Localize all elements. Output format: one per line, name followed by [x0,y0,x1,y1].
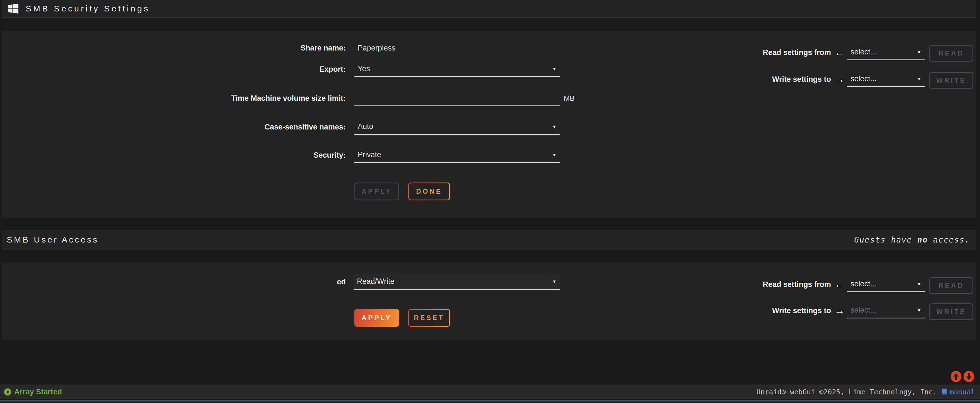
user-ed-access-select[interactable]: Read/Write ▼ [353,274,560,290]
read-settings-select[interactable]: select... ▼ [847,45,925,60]
book-icon [940,388,948,395]
array-status: Array Started [4,388,62,396]
windows-icon [8,4,18,14]
write-settings-select[interactable]: select... ▼ [847,72,925,87]
smb-user-access-bar: SMB User Access Guests have no access. [2,230,976,250]
share-name-label: Share name: [2,42,346,54]
smb-settings-page: SMB Security Settings Share name: Paperp… [0,0,980,403]
export-select[interactable]: Yes ▼ [355,61,560,77]
arrow-right-icon: → [834,72,845,87]
array-started-play-icon [4,388,11,396]
export-label: Export: [2,61,346,77]
read-settings-select-value: select... [851,280,877,288]
read-settings-select[interactable]: select... ▼ [847,277,925,292]
security-select-value: Private [358,150,381,159]
reset-button[interactable]: RESET [408,309,450,327]
dropdown-arrow-icon: ▼ [552,279,557,284]
smb-user-access-title: SMB User Access [7,235,99,244]
smb-security-panel: Share name: Paperpless Export: Yes ▼ Tim… [2,31,976,218]
guest-note-prefix: Guests have [854,235,917,244]
read-settings-label: Read settings from [672,277,831,292]
manual-link-text: manual [950,388,975,396]
guest-note-suffix: access. [928,235,970,244]
page-title: SMB Security Settings [25,4,150,13]
write-button[interactable]: WRITE [929,303,973,320]
read-settings-label: Read settings from [672,45,831,60]
read-settings-select-value: select... [851,48,877,56]
scroll-to-bottom-button[interactable] [963,371,974,382]
dropdown-arrow-icon: ▼ [916,308,921,313]
case-sensitive-select[interactable]: Auto ▼ [355,119,560,135]
dropdown-arrow-icon: ▼ [916,282,921,287]
write-settings-label: Write settings to [672,72,831,87]
dropdown-arrow-icon: ▼ [552,67,557,72]
security-select[interactable]: Private ▼ [355,147,560,163]
case-sensitive-select-value: Auto [358,122,373,131]
share-name-value: Paperpless [358,42,395,54]
arrow-down-icon [963,371,974,382]
write-button[interactable]: WRITE [929,72,973,89]
apply-button[interactable]: APPLY [355,183,399,201]
arrow-left-icon: ← [834,45,845,60]
window-bottom-edge [0,399,980,403]
manual-link[interactable]: manual [940,388,975,396]
user-ed-label: ed [253,274,346,290]
guest-note-emphasis: no [917,235,928,244]
arrow-right-icon: → [834,303,845,319]
arrow-up-icon [950,371,962,382]
read-button[interactable]: READ [929,45,973,62]
time-machine-limit-unit: MB [564,91,574,106]
guest-access-note: Guests have no access. [854,235,970,244]
arrow-left-icon: ← [834,277,845,292]
export-select-value: Yes [358,64,370,73]
dropdown-arrow-icon: ▼ [916,50,921,55]
footer-right: Unraid® webGui ©2025, Lime Technology, I… [756,388,975,396]
write-settings-label: Write settings to [672,303,831,319]
user-ed-access-value: Read/Write [357,277,395,286]
write-settings-select-value: select... [851,306,877,315]
done-button[interactable]: DONE [408,183,450,201]
footer-bar: Array Started Unraid® webGui ©2025, Lime… [0,385,980,399]
write-settings-select-value: select... [851,75,877,83]
smb-user-access-panel: ed Read/Write ▼ APPLY RESET Read setting… [2,263,976,341]
copyright-text: Unraid® webGui ©2025, Lime Technology, I… [756,388,937,396]
case-sensitive-label: Case-sensitive names: [2,119,346,135]
time-machine-limit-input[interactable] [355,91,560,106]
time-machine-limit-label: Time Machine volume size limit: [2,91,346,106]
dropdown-arrow-icon: ▼ [552,152,557,158]
array-status-text: Array Started [14,388,62,396]
dropdown-arrow-icon: ▼ [552,124,557,129]
apply-button[interactable]: APPLY [355,309,399,327]
page-title-bar: SMB Security Settings [2,0,976,18]
write-settings-select[interactable]: select... ▼ [847,303,925,319]
scroll-to-top-button[interactable] [950,371,962,382]
security-label: Security: [2,147,346,163]
dropdown-arrow-icon: ▼ [916,76,921,81]
read-button[interactable]: READ [929,277,973,294]
